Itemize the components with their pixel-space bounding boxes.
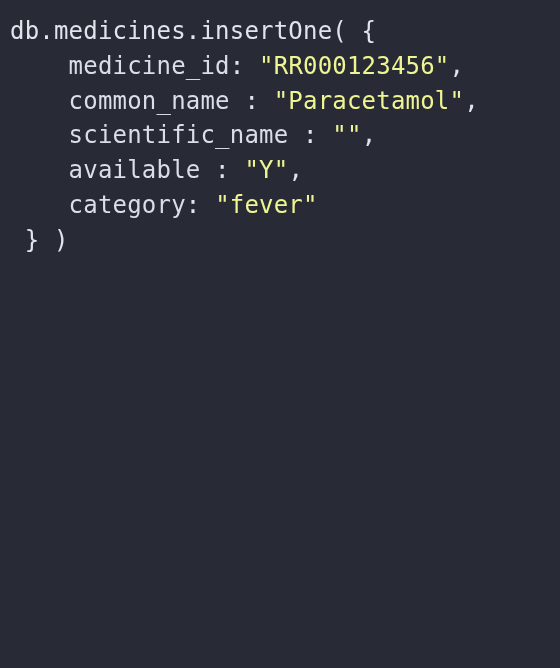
code-key-common-name: common_name [69,87,245,115]
code-comma: , [464,87,479,115]
code-comma: , [450,52,465,80]
code-colon: : [244,87,273,115]
code-key-scientific-name: scientific_name [69,121,303,149]
code-colon: : [186,191,215,219]
code-token-db: db [10,17,39,45]
code-val-common-name: "Paracetamol" [274,87,464,115]
code-val-medicine-id: "RR000123456" [259,52,449,80]
code-key-available: available [69,156,216,184]
code-token-method: .medicines.insertOne [39,17,332,45]
code-token-open: ( { [332,17,376,45]
code-colon: : [215,156,244,184]
code-key-medicine-id: medicine_id [69,52,230,80]
code-comma: , [362,121,377,149]
code-colon: : [230,52,259,80]
code-block: db.medicines.insertOne( { medicine_id: "… [0,0,560,272]
code-val-category: "fever" [215,191,318,219]
code-val-available: "Y" [244,156,288,184]
code-key-category: category [69,191,186,219]
code-comma: , [288,156,303,184]
code-val-scientific-name: "" [332,121,361,149]
code-token-close: } ) [10,226,69,254]
code-colon: : [303,121,332,149]
